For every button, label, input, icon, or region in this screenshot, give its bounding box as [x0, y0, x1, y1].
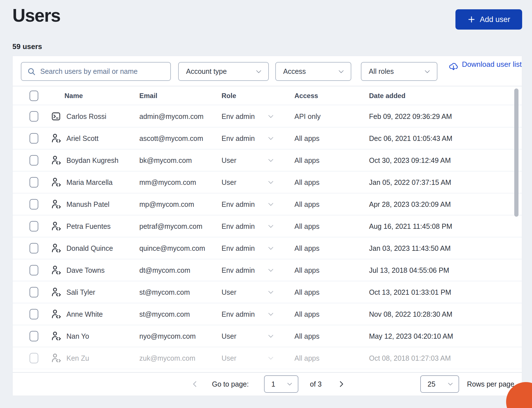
- role-chevron-down-icon[interactable]: [267, 244, 275, 252]
- row-checkbox[interactable]: [30, 353, 38, 363]
- user-role[interactable]: User: [222, 332, 236, 340]
- user-date-added: Oct 30, 2023 09:12:49 AM: [369, 156, 451, 164]
- user-date-added: Jan 05, 2022 07:37:15 AM: [369, 178, 451, 186]
- chevron-down-icon: [447, 380, 454, 388]
- table-row: Sali Tyler st@mycom.com User All apps Oc…: [13, 281, 522, 303]
- row-checkbox[interactable]: [30, 111, 38, 121]
- vertical-scrollbar-thumb[interactable]: [514, 88, 518, 217]
- user-role[interactable]: User: [222, 354, 236, 362]
- row-checkbox[interactable]: [30, 221, 38, 231]
- table-row: Ariel Scott ascott@mycom.com Env admin A…: [13, 127, 522, 149]
- user-access: All apps: [294, 222, 319, 230]
- user-date-added: May 12, 2023 04:20:10 AM: [369, 332, 453, 340]
- role-chevron-down-icon[interactable]: [267, 156, 275, 164]
- column-header-access[interactable]: Access: [294, 92, 318, 100]
- download-user-list-link[interactable]: Download user list: [448, 60, 522, 71]
- user-name: Maria Marcella: [66, 178, 113, 186]
- user-date-added: Dec 06, 2021 01:05:43 AM: [369, 134, 452, 142]
- roles-dropdown[interactable]: All roles: [361, 62, 437, 81]
- user-role[interactable]: Env admin: [222, 112, 255, 120]
- search-box[interactable]: [21, 62, 171, 81]
- person-code-icon: [50, 133, 62, 144]
- role-chevron-down-icon[interactable]: [267, 354, 275, 362]
- user-name: Anne White: [66, 310, 103, 318]
- role-chevron-down-icon[interactable]: [267, 112, 275, 120]
- page-select-value: 1: [271, 380, 275, 388]
- row-account-icon: [50, 177, 62, 188]
- role-chevron-down-icon[interactable]: [267, 288, 275, 296]
- column-header-role[interactable]: Role: [222, 92, 236, 100]
- role-chevron-down-icon[interactable]: [267, 332, 275, 340]
- row-checkbox[interactable]: [30, 243, 38, 253]
- user-role[interactable]: Env admin: [222, 310, 255, 318]
- user-name: Ariel Scott: [66, 134, 99, 142]
- search-input[interactable]: [40, 67, 165, 76]
- access-dropdown[interactable]: Access: [275, 62, 351, 81]
- row-account-icon: [50, 352, 62, 364]
- table-row: Nan Yo nyo@mycom.com User All apps May 1…: [13, 325, 522, 347]
- page-select[interactable]: 1: [264, 375, 298, 393]
- table-row: Petra Fuentes petraf@mycom.com Env admin…: [13, 215, 522, 237]
- users-page: { "page": { "title": "Users", "user_coun…: [0, 0, 532, 408]
- page-title: Users: [12, 5, 60, 26]
- user-email: mp@mycom.com: [139, 200, 194, 208]
- role-chevron-down-icon[interactable]: [267, 178, 275, 186]
- user-role[interactable]: User: [222, 178, 236, 186]
- column-header-name[interactable]: Name: [64, 92, 83, 100]
- user-role[interactable]: Env admin: [222, 266, 255, 274]
- user-email: petraf@mycom.com: [139, 222, 202, 230]
- user-name: Carlos Rossi: [66, 112, 106, 120]
- next-page-icon[interactable]: [337, 380, 345, 388]
- user-role[interactable]: Env admin: [222, 244, 255, 252]
- row-checkbox[interactable]: [30, 331, 38, 341]
- user-date-added: Nov 08, 2022 10:28:30 AM: [369, 310, 452, 318]
- user-name: Boydan Kugresh: [66, 156, 119, 164]
- user-name: Dave Towns: [66, 266, 105, 274]
- user-email: ascott@mycom.com: [139, 134, 203, 142]
- column-header-email[interactable]: Email: [139, 92, 157, 100]
- search-icon: [27, 67, 36, 76]
- user-role[interactable]: Env admin: [222, 134, 255, 142]
- row-checkbox[interactable]: [30, 199, 38, 209]
- add-user-button[interactable]: Add user: [455, 9, 522, 30]
- person-code-icon: [50, 177, 62, 188]
- role-chevron-down-icon[interactable]: [267, 310, 275, 318]
- row-checkbox[interactable]: [30, 155, 38, 165]
- account-type-dropdown-label: Account type: [186, 67, 227, 76]
- row-account-icon: [50, 111, 62, 122]
- users-panel: Account type Access All roles Download u…: [12, 56, 522, 396]
- user-date-added: Feb 09, 2022 09:36:29 AM: [369, 112, 452, 120]
- account-type-dropdown[interactable]: Account type: [178, 62, 269, 81]
- user-date-added: Oct 08, 2018 01:27:03 AM: [369, 354, 451, 362]
- previous-page-icon[interactable]: [191, 380, 199, 388]
- column-header-date-added[interactable]: Date added: [369, 92, 405, 100]
- user-role[interactable]: Env admin: [222, 200, 255, 208]
- role-chevron-down-icon[interactable]: [267, 200, 275, 208]
- user-email: quince@mycom.com: [139, 244, 205, 252]
- row-checkbox[interactable]: [30, 287, 38, 297]
- rows-per-page-select[interactable]: 25: [420, 375, 459, 393]
- user-date-added: Oct 13, 2021 01:33:01 PM: [369, 288, 451, 296]
- select-all-checkbox[interactable]: [30, 90, 38, 101]
- role-chevron-down-icon[interactable]: [267, 222, 275, 230]
- user-role[interactable]: User: [222, 288, 236, 296]
- user-access: All apps: [294, 310, 319, 318]
- user-email: nyo@mycom.com: [139, 332, 196, 340]
- user-access: All apps: [294, 332, 319, 340]
- row-account-icon: [50, 331, 62, 342]
- row-checkbox[interactable]: [30, 265, 38, 275]
- row-checkbox[interactable]: [30, 177, 38, 187]
- user-role[interactable]: Env admin: [222, 222, 255, 230]
- user-access: All apps: [294, 178, 319, 186]
- access-dropdown-label: Access: [283, 67, 306, 76]
- row-checkbox[interactable]: [30, 133, 38, 143]
- user-role[interactable]: User: [222, 156, 236, 164]
- go-to-page-label: Go to page:: [212, 380, 249, 388]
- role-chevron-down-icon[interactable]: [267, 134, 275, 142]
- row-checkbox[interactable]: [30, 309, 38, 319]
- user-date-added: Apr 28, 2023 03:20:09 AM: [369, 200, 451, 208]
- row-account-icon: [50, 199, 62, 210]
- role-chevron-down-icon[interactable]: [267, 266, 275, 274]
- user-email: bk@mycom.com: [139, 156, 192, 164]
- row-account-icon: [50, 155, 62, 166]
